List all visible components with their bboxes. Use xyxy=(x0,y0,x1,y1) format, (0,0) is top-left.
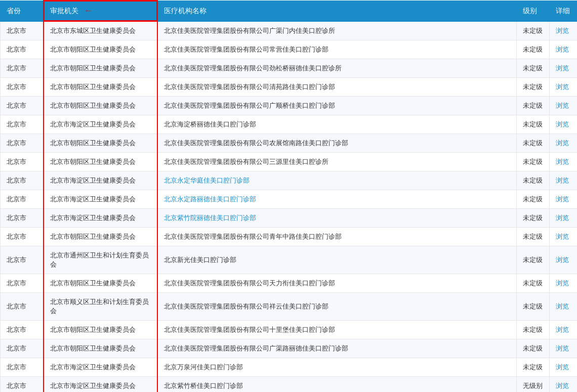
cell-detail[interactable]: 浏览 xyxy=(550,358,578,377)
cell-province: 北京市 xyxy=(1,171,44,190)
cell-level: 未定级 xyxy=(517,97,550,115)
cell-detail[interactable]: 浏览 xyxy=(550,153,578,171)
cell-authority: 北京市东城区卫生健康委员会 xyxy=(44,21,157,40)
detail-link[interactable]: 浏览 xyxy=(556,326,569,333)
header-level: 级别 xyxy=(517,1,550,21)
cell-detail[interactable]: 浏览 xyxy=(550,134,578,153)
cell-authority: 北京市朝阳区卫生健康委员会 xyxy=(44,97,157,115)
cell-institution: 北京紫竹院丽德佳美口腔门诊部 xyxy=(157,209,517,228)
cell-level: 未定级 xyxy=(517,339,550,358)
cell-province: 北京市 xyxy=(1,115,44,134)
authority-header-text: 审批机关 xyxy=(50,7,78,15)
table-row: 北京市北京市顺义区卫生和计划生育委员会北京佳美医院管理集团股份有限公司祥云佳美口… xyxy=(1,293,578,321)
cell-detail[interactable]: 浏览 xyxy=(550,339,578,358)
detail-link[interactable]: 浏览 xyxy=(556,302,569,310)
detail-link[interactable]: 浏览 xyxy=(556,83,569,91)
cell-detail[interactable]: 浏览 xyxy=(550,97,578,115)
table-row: 北京市北京市朝阳区卫生健康委员会北京佳美医院管理集团股份有限公司农展馆南路佳美口… xyxy=(1,134,578,153)
table-row: 北京市北京市朝阳区卫生健康委员会北京佳美医院管理集团股份有限公司青年中路佳美口腔… xyxy=(1,228,578,246)
cell-level: 未定级 xyxy=(517,321,550,339)
table-row: 北京市北京市东城区卫生健康委员会北京佳美医院管理集团股份有限公司广渠门内佳美口腔… xyxy=(1,21,578,40)
cell-province: 北京市 xyxy=(1,228,44,246)
cell-institution: 北京佳美医院管理集团股份有限公司青年中路佳美口腔门诊部 xyxy=(157,228,517,246)
table-row: 北京市北京市朝阳区卫生健康委员会北京佳美医院管理集团股份有限公司常营佳美口腔门诊… xyxy=(1,40,578,59)
cell-detail[interactable]: 浏览 xyxy=(550,171,578,190)
detail-link[interactable]: 浏览 xyxy=(556,177,569,184)
cell-institution: 北京佳美医院管理集团股份有限公司三源里佳美口腔诊所 xyxy=(157,153,517,171)
cell-province: 北京市 xyxy=(1,153,44,171)
detail-link[interactable]: 浏览 xyxy=(556,102,569,109)
cell-level: 未定级 xyxy=(517,274,550,293)
cell-detail[interactable]: 浏览 xyxy=(550,78,578,97)
detail-link[interactable]: 浏览 xyxy=(556,120,569,128)
cell-province: 北京市 xyxy=(1,97,44,115)
detail-link[interactable]: 浏览 xyxy=(556,279,569,287)
cell-institution: 北京新光佳美口腔门诊部 xyxy=(157,246,517,274)
cell-authority: 北京市海淀区卫生健康委员会 xyxy=(44,209,157,228)
table-body: 北京市北京市东城区卫生健康委员会北京佳美医院管理集团股份有限公司广渠门内佳美口腔… xyxy=(1,21,578,392)
cell-institution: 北京永定路丽德佳美口腔门诊部 xyxy=(157,190,517,209)
cell-institution: 北京紫竹桥佳美口腔门诊部 xyxy=(157,377,517,393)
detail-link[interactable]: 浏览 xyxy=(556,363,569,371)
cell-authority: 北京市海淀区卫生健康委员会 xyxy=(44,190,157,209)
detail-link[interactable]: 浏览 xyxy=(556,27,569,34)
cell-detail[interactable]: 浏览 xyxy=(550,246,578,274)
cell-province: 北京市 xyxy=(1,321,44,339)
cell-detail[interactable]: 浏览 xyxy=(550,293,578,321)
detail-link[interactable]: 浏览 xyxy=(556,256,569,264)
cell-province: 北京市 xyxy=(1,274,44,293)
cell-authority: 北京市朝阳区卫生健康委员会 xyxy=(44,153,157,171)
cell-institution: 北京永定华庭佳美口腔门诊部 xyxy=(157,171,517,190)
cell-detail[interactable]: 浏览 xyxy=(550,228,578,246)
cell-authority: 北京市朝阳区卫生健康委员会 xyxy=(44,134,157,153)
cell-level: 未定级 xyxy=(517,115,550,134)
table-row: 北京市北京市海淀区卫生健康委员会北京紫竹院丽德佳美口腔门诊部未定级浏览 xyxy=(1,209,578,228)
cell-authority: 北京市海淀区卫生健康委员会 xyxy=(44,377,157,393)
table-row: 北京市北京市海淀区卫生健康委员会北京永定路丽德佳美口腔门诊部未定级浏览 xyxy=(1,190,578,209)
cell-detail[interactable]: 浏览 xyxy=(550,40,578,59)
table-row: 北京市北京市海淀区卫生健康委员会北京万泉河佳美口腔门诊部未定级浏览 xyxy=(1,358,578,377)
cell-province: 北京市 xyxy=(1,246,44,274)
table-row: 北京市北京市朝阳区卫生健康委员会北京佳美医院管理集团股份有限公司十里堡佳美口腔门… xyxy=(1,321,578,339)
cell-detail[interactable]: 浏览 xyxy=(550,377,578,393)
cell-authority: 北京市朝阳区卫生健康委员会 xyxy=(44,339,157,358)
detail-link[interactable]: 浏览 xyxy=(556,46,569,53)
cell-province: 北京市 xyxy=(1,209,44,228)
detail-link[interactable]: 浏览 xyxy=(556,233,569,240)
cell-province: 北京市 xyxy=(1,21,44,40)
cell-province: 北京市 xyxy=(1,358,44,377)
cell-institution: 北京海淀桥丽德佳美口腔门诊部 xyxy=(157,115,517,134)
detail-link[interactable]: 浏览 xyxy=(556,139,569,147)
cell-level: 未定级 xyxy=(517,190,550,209)
cell-institution: 北京佳美医院管理集团股份有限公司天力衔佳美口腔门诊部 xyxy=(157,274,517,293)
cell-level: 未定级 xyxy=(517,134,550,153)
cell-detail[interactable]: 浏览 xyxy=(550,209,578,228)
cell-detail[interactable]: 浏览 xyxy=(550,21,578,40)
cell-level: 未定级 xyxy=(517,153,550,171)
cell-detail[interactable]: 浏览 xyxy=(550,190,578,209)
detail-link[interactable]: 浏览 xyxy=(556,195,569,203)
cell-province: 北京市 xyxy=(1,293,44,321)
cell-detail[interactable]: 浏览 xyxy=(550,274,578,293)
cell-level: 无级别 xyxy=(517,377,550,393)
cell-authority: 北京市通州区卫生和计划生育委员会 xyxy=(44,246,157,274)
cell-province: 北京市 xyxy=(1,40,44,59)
cell-authority: 北京市朝阳区卫生健康委员会 xyxy=(44,274,157,293)
cell-institution: 北京佳美医院管理集团股份有限公司广渠门内佳美口腔诊所 xyxy=(157,21,517,40)
table-row: 北京市北京市朝阳区卫生健康委员会北京佳美医院管理集团股份有限公司劲松桥丽德佳美口… xyxy=(1,59,578,78)
cell-province: 北京市 xyxy=(1,134,44,153)
detail-link[interactable]: 浏览 xyxy=(556,158,569,165)
detail-link[interactable]: 浏览 xyxy=(556,344,569,352)
cell-detail[interactable]: 浏览 xyxy=(550,321,578,339)
cell-province: 北京市 xyxy=(1,78,44,97)
detail-link[interactable]: 浏览 xyxy=(556,382,569,389)
cell-detail[interactable]: 浏览 xyxy=(550,59,578,78)
cell-level: 未定级 xyxy=(517,78,550,97)
cell-level: 未定级 xyxy=(517,59,550,78)
cell-level: 未定级 xyxy=(517,21,550,40)
cell-detail[interactable]: 浏览 xyxy=(550,115,578,134)
cell-institution: 北京佳美医院管理集团股份有限公司农展馆南路佳美口腔门诊部 xyxy=(157,134,517,153)
table-row: 北京市北京市海淀区卫生健康委员会北京海淀桥丽德佳美口腔门诊部未定级浏览 xyxy=(1,115,578,134)
detail-link[interactable]: 浏览 xyxy=(556,64,569,72)
detail-link[interactable]: 浏览 xyxy=(556,214,569,222)
